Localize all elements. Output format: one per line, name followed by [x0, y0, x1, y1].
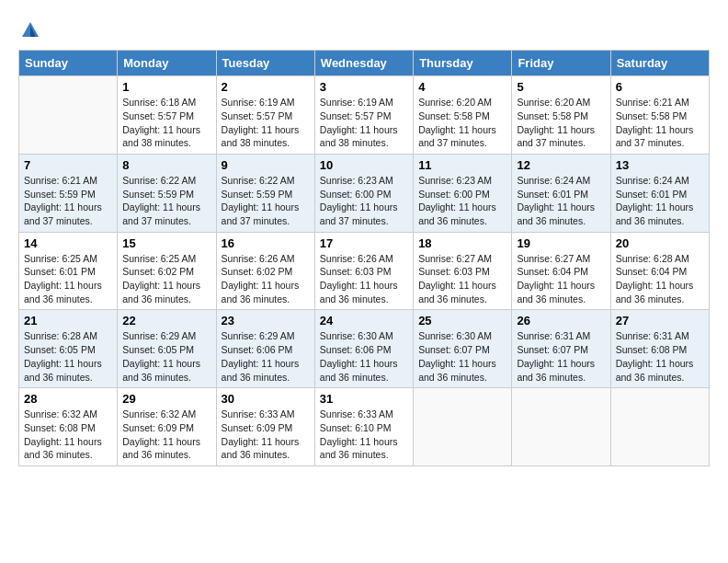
- day-number: 12: [517, 158, 605, 172]
- calendar-cell: 3Sunrise: 6:19 AMSunset: 5:57 PMDaylight…: [314, 76, 413, 155]
- day-number: 30: [222, 392, 310, 406]
- calendar-cell: 26Sunrise: 6:31 AMSunset: 6:07 PMDayligh…: [512, 310, 610, 388]
- day-number: 25: [418, 314, 506, 327]
- calendar-cell: 18Sunrise: 6:27 AMSunset: 6:03 PMDayligh…: [414, 232, 512, 310]
- day-number: 19: [517, 236, 605, 250]
- day-number: 24: [320, 314, 408, 327]
- calendar-cell: 23Sunrise: 6:29 AMSunset: 6:06 PMDayligh…: [216, 310, 314, 388]
- calendar-cell: 10Sunrise: 6:23 AMSunset: 6:00 PMDayligh…: [314, 154, 413, 232]
- day-info: Sunrise: 6:30 AMSunset: 6:07 PMDaylight:…: [418, 329, 506, 384]
- calendar-cell: [512, 388, 610, 466]
- calendar-cell: 16Sunrise: 6:26 AMSunset: 6:02 PMDayligh…: [216, 232, 314, 310]
- calendar-cell: 30Sunrise: 6:33 AMSunset: 6:09 PMDayligh…: [216, 388, 314, 466]
- day-info: Sunrise: 6:23 AMSunset: 6:00 PMDaylight:…: [320, 174, 408, 228]
- calendar-cell: 19Sunrise: 6:27 AMSunset: 6:04 PMDayligh…: [512, 232, 610, 310]
- weekday-header: Tuesday: [216, 51, 314, 76]
- day-number: 23: [222, 314, 310, 327]
- day-info: Sunrise: 6:21 AMSunset: 5:59 PMDaylight:…: [24, 174, 112, 228]
- calendar-week-row: 28Sunrise: 6:32 AMSunset: 6:08 PMDayligh…: [19, 388, 710, 466]
- day-number: 21: [24, 314, 112, 327]
- day-info: Sunrise: 6:20 AMSunset: 5:58 PMDaylight:…: [517, 96, 605, 150]
- day-info: Sunrise: 6:29 AMSunset: 6:06 PMDaylight:…: [222, 329, 310, 384]
- day-info: Sunrise: 6:18 AMSunset: 5:57 PMDaylight:…: [122, 96, 210, 150]
- calendar-cell: 20Sunrise: 6:28 AMSunset: 6:04 PMDayligh…: [610, 232, 709, 310]
- calendar-week-row: 7Sunrise: 6:21 AMSunset: 5:59 PMDaylight…: [19, 154, 710, 232]
- calendar-cell: 27Sunrise: 6:31 AMSunset: 6:08 PMDayligh…: [610, 310, 709, 388]
- day-number: 4: [418, 80, 506, 94]
- weekday-header: Saturday: [610, 51, 709, 76]
- day-number: 10: [320, 158, 408, 172]
- calendar-cell: 6Sunrise: 6:21 AMSunset: 5:58 PMDaylight…: [610, 76, 709, 155]
- day-number: 5: [517, 80, 605, 94]
- day-info: Sunrise: 6:28 AMSunset: 6:04 PMDaylight:…: [616, 252, 704, 306]
- day-number: 18: [418, 236, 506, 250]
- day-number: 15: [122, 236, 210, 250]
- day-number: 3: [320, 80, 408, 94]
- day-number: 22: [122, 314, 210, 327]
- weekday-header: Wednesday: [314, 51, 413, 76]
- calendar-cell: 14Sunrise: 6:25 AMSunset: 6:01 PMDayligh…: [19, 232, 118, 310]
- calendar-cell: 24Sunrise: 6:30 AMSunset: 6:06 PMDayligh…: [314, 310, 413, 388]
- day-info: Sunrise: 6:33 AMSunset: 6:10 PMDaylight:…: [320, 408, 408, 462]
- calendar-cell: 21Sunrise: 6:28 AMSunset: 6:05 PMDayligh…: [19, 310, 118, 388]
- day-info: Sunrise: 6:33 AMSunset: 6:09 PMDaylight:…: [222, 408, 310, 462]
- calendar-table: SundayMondayTuesdayWednesdayThursdayFrid…: [18, 50, 710, 466]
- calendar-cell: [414, 388, 512, 466]
- calendar-cell: [610, 388, 709, 466]
- calendar-cell: 12Sunrise: 6:24 AMSunset: 6:01 PMDayligh…: [512, 154, 610, 232]
- calendar-cell: [19, 76, 118, 155]
- calendar-cell: 13Sunrise: 6:24 AMSunset: 6:01 PMDayligh…: [610, 154, 709, 232]
- calendar-cell: 28Sunrise: 6:32 AMSunset: 6:08 PMDayligh…: [19, 388, 118, 466]
- day-info: Sunrise: 6:28 AMSunset: 6:05 PMDaylight:…: [24, 329, 112, 384]
- day-number: 29: [122, 392, 210, 406]
- day-number: 16: [222, 236, 310, 250]
- calendar-cell: 29Sunrise: 6:32 AMSunset: 6:09 PMDayligh…: [118, 388, 216, 466]
- day-number: 1: [122, 80, 210, 94]
- calendar-week-row: 21Sunrise: 6:28 AMSunset: 6:05 PMDayligh…: [19, 310, 710, 388]
- page-header: [18, 18, 710, 40]
- calendar-cell: 11Sunrise: 6:23 AMSunset: 6:00 PMDayligh…: [414, 154, 512, 232]
- day-number: 6: [616, 80, 704, 94]
- day-info: Sunrise: 6:26 AMSunset: 6:02 PMDaylight:…: [222, 252, 310, 306]
- day-info: Sunrise: 6:25 AMSunset: 6:01 PMDaylight:…: [24, 252, 112, 306]
- day-info: Sunrise: 6:24 AMSunset: 6:01 PMDaylight:…: [517, 174, 605, 228]
- day-number: 26: [517, 314, 605, 327]
- calendar-cell: 2Sunrise: 6:19 AMSunset: 5:57 PMDaylight…: [216, 76, 314, 155]
- day-number: 7: [24, 158, 112, 172]
- day-info: Sunrise: 6:23 AMSunset: 6:00 PMDaylight:…: [418, 174, 506, 228]
- day-number: 11: [418, 158, 506, 172]
- day-info: Sunrise: 6:31 AMSunset: 6:07 PMDaylight:…: [517, 329, 605, 384]
- day-number: 17: [320, 236, 408, 250]
- day-info: Sunrise: 6:22 AMSunset: 5:59 PMDaylight:…: [122, 174, 210, 228]
- day-info: Sunrise: 6:32 AMSunset: 6:09 PMDaylight:…: [122, 408, 210, 462]
- day-number: 2: [222, 80, 310, 94]
- calendar-cell: 15Sunrise: 6:25 AMSunset: 6:02 PMDayligh…: [118, 232, 216, 310]
- day-number: 13: [616, 158, 704, 172]
- day-info: Sunrise: 6:31 AMSunset: 6:08 PMDaylight:…: [616, 329, 704, 384]
- day-number: 31: [320, 392, 408, 406]
- calendar-header-row: SundayMondayTuesdayWednesdayThursdayFrid…: [19, 51, 710, 76]
- calendar-cell: 22Sunrise: 6:29 AMSunset: 6:05 PMDayligh…: [118, 310, 216, 388]
- day-info: Sunrise: 6:26 AMSunset: 6:03 PMDaylight:…: [320, 252, 408, 306]
- calendar-cell: 25Sunrise: 6:30 AMSunset: 6:07 PMDayligh…: [414, 310, 512, 388]
- day-info: Sunrise: 6:25 AMSunset: 6:02 PMDaylight:…: [122, 252, 210, 306]
- day-number: 20: [616, 236, 704, 250]
- day-info: Sunrise: 6:19 AMSunset: 5:57 PMDaylight:…: [320, 96, 408, 150]
- day-info: Sunrise: 6:21 AMSunset: 5:58 PMDaylight:…: [616, 96, 704, 150]
- weekday-header: Sunday: [19, 51, 118, 76]
- calendar-cell: 8Sunrise: 6:22 AMSunset: 5:59 PMDaylight…: [118, 154, 216, 232]
- day-info: Sunrise: 6:20 AMSunset: 5:58 PMDaylight:…: [418, 96, 506, 150]
- logo-icon: [20, 20, 40, 40]
- day-number: 27: [616, 314, 704, 327]
- day-info: Sunrise: 6:22 AMSunset: 5:59 PMDaylight:…: [222, 174, 310, 228]
- day-info: Sunrise: 6:19 AMSunset: 5:57 PMDaylight:…: [222, 96, 310, 150]
- day-number: 14: [24, 236, 112, 250]
- day-info: Sunrise: 6:29 AMSunset: 6:05 PMDaylight:…: [122, 329, 210, 384]
- day-number: 8: [122, 158, 210, 172]
- calendar-cell: 1Sunrise: 6:18 AMSunset: 5:57 PMDaylight…: [118, 76, 216, 155]
- logo: [18, 18, 42, 40]
- day-number: 28: [24, 392, 112, 406]
- day-info: Sunrise: 6:30 AMSunset: 6:06 PMDaylight:…: [320, 329, 408, 384]
- day-info: Sunrise: 6:32 AMSunset: 6:08 PMDaylight:…: [24, 408, 112, 462]
- day-info: Sunrise: 6:27 AMSunset: 6:03 PMDaylight:…: [418, 252, 506, 306]
